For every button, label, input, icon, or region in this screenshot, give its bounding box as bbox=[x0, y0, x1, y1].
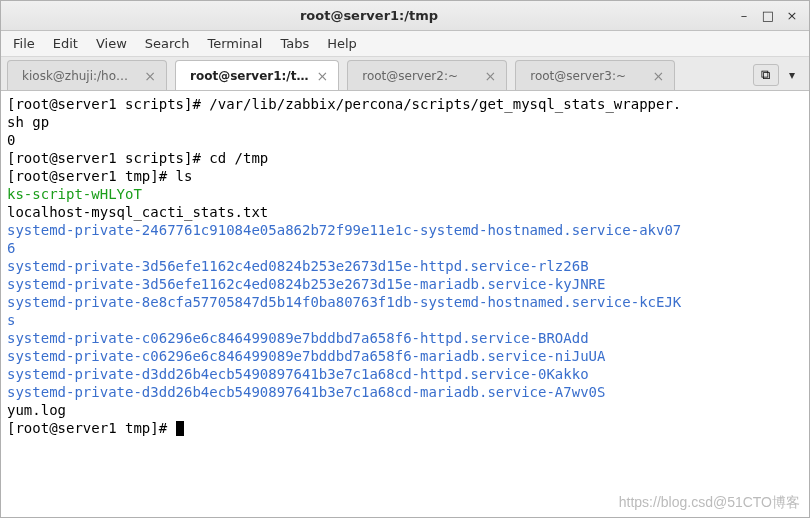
close-icon[interactable]: × bbox=[485, 68, 497, 84]
term-line: [root@server1 scripts]# cd /tmp bbox=[7, 150, 268, 166]
ls-dir: systemd-private-d3dd26b4ecb5490897641b3e… bbox=[7, 384, 605, 400]
tab-label: kiosk@zhuji:/ho… bbox=[22, 69, 128, 83]
term-line: sh gp bbox=[7, 114, 49, 130]
close-icon[interactable]: × bbox=[317, 68, 329, 84]
tab-server3[interactable]: root@server3:~ × bbox=[515, 60, 675, 90]
cursor-icon bbox=[176, 421, 184, 436]
menu-view[interactable]: View bbox=[96, 36, 127, 51]
new-tab-button[interactable]: ⧉ bbox=[753, 64, 779, 86]
menu-file[interactable]: File bbox=[13, 36, 35, 51]
ls-file: yum.log bbox=[7, 402, 66, 418]
tab-server2[interactable]: root@server2:~ × bbox=[347, 60, 507, 90]
ls-dir: s bbox=[7, 312, 15, 328]
tab-label: root@server1:/t… bbox=[190, 69, 309, 83]
maximize-button[interactable]: □ bbox=[759, 8, 777, 23]
ls-dir: systemd-private-8e8cfa57705847d5b14f0ba8… bbox=[7, 294, 681, 310]
tab-label: root@server3:~ bbox=[530, 69, 626, 83]
menu-bar: File Edit View Search Terminal Tabs Help bbox=[1, 31, 809, 57]
window-title: root@server1:/tmp bbox=[9, 8, 729, 23]
prompt: [root@server1 tmp]# bbox=[7, 420, 176, 436]
term-line: [root@server1 scripts]# /var/lib/zabbix/… bbox=[7, 96, 681, 112]
ls-dir: systemd-private-3d56efe1162c4ed0824b253e… bbox=[7, 276, 605, 292]
window-titlebar: root@server1:/tmp – □ × bbox=[1, 1, 809, 31]
new-tab-icon: ⧉ bbox=[761, 67, 770, 83]
ls-dir: systemd-private-c06296e6c846499089e7bddb… bbox=[7, 348, 605, 364]
close-icon[interactable]: × bbox=[653, 68, 665, 84]
tab-kiosk[interactable]: kiosk@zhuji:/ho… × bbox=[7, 60, 167, 90]
close-icon[interactable]: × bbox=[144, 68, 156, 84]
menu-edit[interactable]: Edit bbox=[53, 36, 78, 51]
tab-label: root@server2:~ bbox=[362, 69, 458, 83]
minimize-button[interactable]: – bbox=[735, 8, 753, 23]
term-line: [root@server1 tmp]# ls bbox=[7, 168, 192, 184]
term-line: 0 bbox=[7, 132, 15, 148]
tab-server1[interactable]: root@server1:/t… × bbox=[175, 60, 339, 90]
ls-dir: systemd-private-c06296e6c846499089e7bddb… bbox=[7, 330, 589, 346]
ls-dir: 6 bbox=[7, 240, 15, 256]
ls-dir: systemd-private-2467761c91084e05a862b72f… bbox=[7, 222, 681, 238]
menu-search[interactable]: Search bbox=[145, 36, 190, 51]
menu-help[interactable]: Help bbox=[327, 36, 357, 51]
terminal-output[interactable]: [root@server1 scripts]# /var/lib/zabbix/… bbox=[1, 91, 809, 441]
menu-terminal[interactable]: Terminal bbox=[207, 36, 262, 51]
tab-menu-button[interactable]: ▾ bbox=[789, 68, 795, 82]
ls-dir: systemd-private-d3dd26b4ecb5490897641b3e… bbox=[7, 366, 589, 382]
ls-dir: systemd-private-3d56efe1162c4ed0824b253e… bbox=[7, 258, 589, 274]
tab-bar: kiosk@zhuji:/ho… × root@server1:/t… × ro… bbox=[1, 57, 809, 91]
watermark: https://blog.csd@51CTO博客 bbox=[619, 494, 800, 512]
ls-executable: ks-script-wHLYoT bbox=[7, 186, 142, 202]
ls-file: localhost-mysql_cacti_stats.txt bbox=[7, 204, 268, 220]
menu-tabs[interactable]: Tabs bbox=[280, 36, 309, 51]
close-button[interactable]: × bbox=[783, 8, 801, 23]
